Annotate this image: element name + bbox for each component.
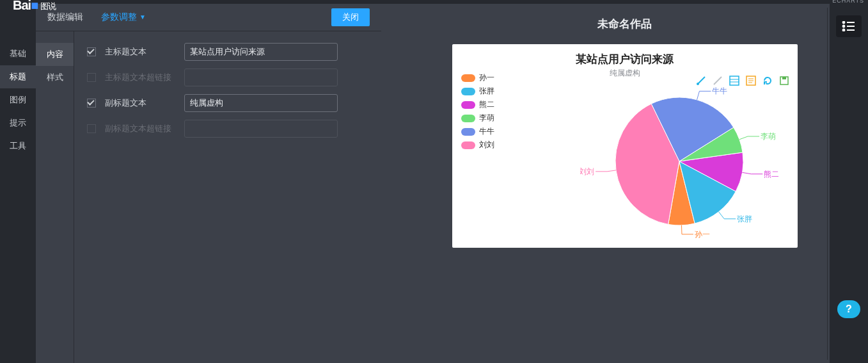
input-sub_title[interactable]: [184, 94, 338, 112]
input-main_title[interactable]: [184, 43, 338, 61]
legend-label: 张胖: [479, 86, 494, 97]
left-nav: 基础标题图例提示工具: [0, 4, 36, 363]
svg-point-12: [843, 26, 845, 28]
right-rail: ?: [830, 4, 868, 363]
nav-item-title[interactable]: 标题: [0, 65, 36, 88]
legend-label: 牛牛: [479, 126, 494, 137]
legend-item[interactable]: 张胖: [461, 86, 494, 97]
legend-swatch-icon: [461, 128, 475, 136]
nav-item-basic[interactable]: 基础: [0, 42, 36, 65]
legend-swatch-icon: [461, 115, 475, 122]
tab-param-adjust-label: 参数调整: [101, 12, 137, 23]
checkbox-main_title[interactable]: [87, 47, 96, 56]
checkbox-main_title_link[interactable]: [87, 73, 96, 82]
pie-chart[interactable]: 孙一张胖熊二李萌牛牛刘刘: [580, 75, 778, 241]
legend-item[interactable]: 孙一: [461, 72, 494, 83]
help-button[interactable]: ?: [837, 300, 860, 318]
pie-slice-label: 孙一: [694, 230, 709, 239]
legend-swatch-icon: [461, 74, 475, 82]
legend-label: 熊二: [479, 99, 494, 110]
form-area: 主标题文本主标题文本超链接副标题文本副标题文本超链接: [74, 31, 381, 363]
legend-label: 孙一: [479, 72, 494, 83]
pie-slice-label: 刘刘: [580, 167, 594, 176]
nav-item-tool[interactable]: 工具: [0, 134, 36, 157]
pie-slice-label: 熊二: [764, 170, 778, 179]
svg-point-14: [843, 29, 845, 31]
brand-logo: Bai■图说: [13, 0, 56, 13]
pie-slice-label: 李萌: [761, 132, 776, 141]
right-rail-list-button[interactable]: [836, 15, 862, 37]
legend-swatch-icon: [461, 141, 475, 149]
chart-legend: 孙一张胖熊二李萌牛牛刘刘: [461, 72, 494, 153]
chart-card: 某站点用户访问来源 纯属虚构 孙一张胖熊二李萌牛牛刘刘 孙一张胖熊二李萌牛牛刘刘: [452, 44, 798, 248]
pie-slice-label: 张胖: [737, 214, 752, 223]
legend-label: 李萌: [479, 113, 494, 124]
label-sub_title: 副标题文本: [105, 97, 175, 109]
label-main_title: 主标题文本: [105, 46, 175, 58]
chevron-down-icon: ▼: [139, 13, 146, 20]
checkbox-sub_title_link[interactable]: [87, 124, 96, 133]
sub-nav: 内容样式: [36, 31, 74, 363]
chart-title: 某站点用户访问来源: [452, 44, 798, 67]
tab-param-adjust[interactable]: 参数调整 ▼: [101, 12, 146, 23]
label-sub_title_link: 副标题文本超链接: [105, 123, 175, 134]
svg-point-10: [843, 22, 845, 24]
subnav-item-content[interactable]: 内容: [36, 43, 74, 66]
pie-slice-label: 牛牛: [712, 86, 727, 95]
label-main_title_link: 主标题文本超链接: [105, 72, 175, 83]
tab-data-edit[interactable]: 数据编辑: [47, 12, 83, 23]
legend-swatch-icon: [461, 88, 475, 95]
close-button[interactable]: 关闭: [331, 8, 370, 26]
editor-panel: 数据编辑 参数调整 ▼ 关闭 内容样式 主标题文本主标题文本超链接副标题文本副标…: [36, 4, 381, 363]
svg-rect-9: [782, 77, 786, 79]
legend-item[interactable]: 李萌: [461, 113, 494, 124]
save-image-icon[interactable]: [778, 75, 790, 86]
legend-item[interactable]: 牛牛: [461, 126, 494, 137]
work-title: 未命名作品: [597, 17, 652, 31]
nav-item-legend[interactable]: 图例: [0, 88, 36, 111]
legend-swatch-icon: [461, 101, 475, 109]
legend-item[interactable]: 熊二: [461, 99, 494, 110]
legend-item[interactable]: 刘刘: [461, 140, 494, 150]
input-main_title_link[interactable]: [184, 69, 338, 86]
input-sub_title_link[interactable]: [184, 120, 338, 138]
checkbox-sub_title[interactable]: [87, 99, 96, 108]
nav-item-tip[interactable]: 提示: [0, 111, 36, 134]
preview-panel: 未命名作品 某站点用户访问来源 纯属虚构 孙一张胖熊二李萌牛牛刘刘 孙一张胖熊二…: [381, 4, 868, 363]
subnav-item-style[interactable]: 样式: [36, 66, 74, 89]
legend-label: 刘刘: [479, 140, 494, 150]
